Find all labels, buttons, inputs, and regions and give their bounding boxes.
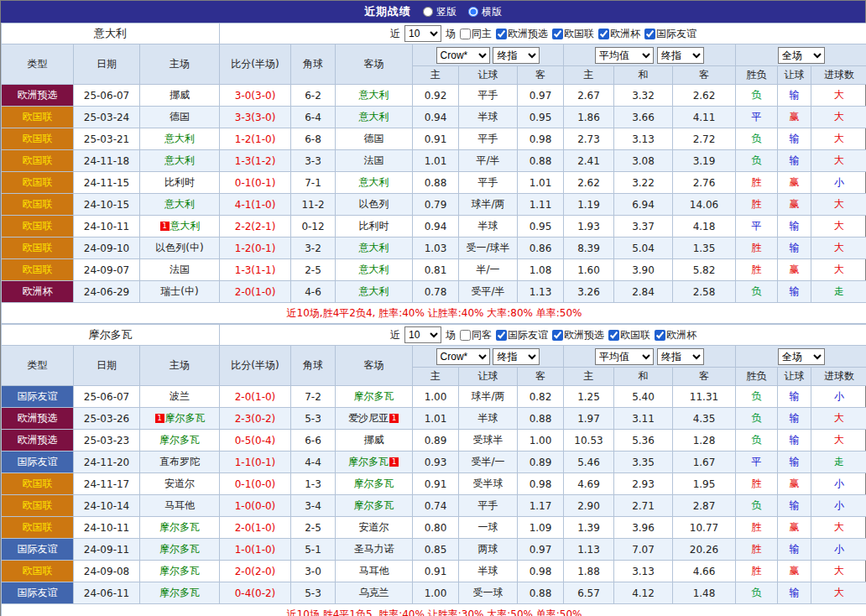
handicap-outcome: 赢 [778, 107, 811, 128]
competition-type: 欧国联 [2, 107, 74, 128]
home-team-name: 摩尔多瓦 [159, 543, 200, 555]
scope-select[interactable]: 全场 [778, 47, 825, 64]
competition-checkbox[interactable] [552, 29, 563, 39]
competition-checkbox[interactable] [608, 330, 619, 341]
match-score: 1-0(0-0) [220, 495, 291, 517]
col-away-odds: 客 [518, 368, 564, 386]
competition-label: 欧洲预选 [508, 27, 548, 41]
home-odds: 0.94 [413, 216, 459, 238]
avg-draw-odds: 5.40 [614, 386, 673, 408]
away-odds: 1.13 [518, 281, 564, 303]
competition-filter[interactable]: 欧洲预选 [552, 328, 604, 342]
recent-count-select[interactable]: 10 [404, 25, 441, 42]
away-odds: 0.86 [518, 238, 564, 259]
home-team-name: 波兰 [170, 390, 190, 402]
recent-prefix-label: 近 [390, 328, 400, 342]
same-venue-checkbox[interactable] [460, 330, 471, 341]
home-team: 摩尔多瓦 [140, 561, 220, 582]
match-date: 25-03-24 [74, 107, 140, 128]
final-odds-select-1[interactable]: 终指 [493, 47, 540, 64]
competition-filter[interactable]: 国际友谊 [496, 328, 548, 342]
away-team: 比利时 [336, 216, 413, 238]
handicap-outcome: 输 [778, 216, 811, 238]
home-odds: 0.92 [413, 85, 459, 107]
competition-type: 欧洲预选 [2, 85, 74, 107]
home-team-name: 直布罗陀 [159, 456, 200, 467]
topbar: 近期战绩 竖版 横版 [1, 1, 865, 23]
vertical-layout-option[interactable]: 竖版 [423, 5, 456, 19]
avg-home-odds: 1.97 [564, 408, 614, 430]
match-date: 24-09-11 [74, 539, 140, 561]
competition-filter[interactable]: 欧国联 [608, 328, 650, 342]
same-venue-label: 同主 [472, 27, 492, 41]
corner-score: 1-3 [291, 473, 336, 495]
competition-checkbox[interactable] [552, 330, 563, 341]
competition-type: 国际友谊 [2, 539, 74, 561]
corner-score: 3-4 [291, 495, 336, 517]
competition-filter[interactable]: 欧洲预选 [496, 27, 548, 41]
home-odds: 1.01 [413, 150, 459, 172]
match-row: 欧国联24-09-07法国1-3(1-1)2-5意大利0.81半/一1.081.… [2, 259, 866, 281]
corner-score: 0-12 [291, 216, 336, 238]
corner-score: 7-2 [291, 386, 336, 408]
col-home: 主场 [140, 346, 220, 386]
horizontal-layout-radio[interactable] [468, 7, 478, 17]
match-date: 24-09-10 [74, 238, 140, 259]
avg-away-odds: 3.19 [673, 150, 736, 172]
avg-home-odds: 1.13 [564, 539, 614, 561]
corner-score: 11-2 [291, 194, 336, 216]
home-team: 1意大利 [140, 216, 220, 238]
filter-row: 意大利 近 10 场 同主 欧洲预选欧国联欧洲杯国际友谊 [2, 23, 866, 44]
match-date: 25-03-26 [74, 408, 140, 430]
result-outcome: 胜 [736, 517, 778, 539]
result-outcome: 负 [736, 85, 778, 107]
handicap-line: 平手 [459, 128, 518, 150]
horizontal-layout-option[interactable]: 横版 [468, 5, 502, 19]
company-select[interactable]: Crow* [436, 348, 490, 365]
recent-count-select[interactable]: 10 [404, 326, 441, 343]
competition-type: 国际友谊 [2, 386, 74, 408]
away-odds: 0.88 [518, 408, 564, 430]
home-team: 安道尔 [140, 473, 220, 495]
average-select[interactable]: 平均值 [595, 47, 654, 64]
scope-select[interactable]: 全场 [778, 348, 825, 365]
handicap-line: 球半/两 [459, 386, 518, 408]
vertical-layout-radio[interactable] [423, 7, 433, 17]
competition-checkbox[interactable] [655, 330, 665, 341]
competition-checkbox[interactable] [496, 330, 507, 341]
competition-checkbox[interactable] [598, 29, 609, 39]
goals-outcome: 大 [811, 430, 866, 452]
same-venue-filter[interactable]: 同主 [460, 27, 492, 41]
handicap-line: 受球半 [459, 430, 518, 452]
goals-outcome: 小 [811, 495, 866, 517]
competition-filter[interactable]: 国际友谊 [644, 27, 696, 41]
corner-score: 5-3 [291, 582, 336, 604]
same-venue-filter[interactable]: 同客 [460, 328, 492, 342]
competition-checkbox[interactable] [496, 29, 507, 39]
home-odds: 0.88 [413, 172, 459, 194]
avg-away-odds: 20.26 [673, 539, 736, 561]
col-away: 客场 [336, 346, 413, 386]
col-result: 胜负 [736, 368, 778, 386]
company-select[interactable]: Crow* [436, 47, 490, 64]
final-odds-select-2[interactable]: 终指 [657, 47, 704, 64]
col-away-odds: 客 [518, 66, 564, 85]
competition-filter[interactable]: 欧洲杯 [598, 27, 640, 41]
col-goals-result: 进球数 [811, 368, 866, 386]
competition-checkbox[interactable] [644, 29, 655, 39]
away-team-name: 意大利 [359, 285, 389, 297]
home-team: 直布罗陀 [140, 452, 220, 473]
away-team-name: 安道尔 [359, 521, 389, 533]
final-odds-select-2[interactable]: 终指 [657, 348, 704, 365]
competition-filter[interactable]: 欧洲杯 [655, 328, 696, 342]
same-venue-checkbox[interactable] [460, 29, 471, 39]
away-team: 安道尔 [336, 517, 413, 539]
average-select[interactable]: 平均值 [595, 348, 654, 365]
avg-away-odds: 4.11 [673, 107, 736, 128]
final-odds-select-1[interactable]: 终指 [493, 348, 540, 365]
handicap-outcome: 赢 [778, 259, 811, 281]
goals-outcome: 走 [811, 452, 866, 473]
col-score: 比分(半场) [220, 44, 291, 85]
competition-filter[interactable]: 欧国联 [552, 27, 594, 41]
goals-outcome: 小 [811, 386, 866, 408]
